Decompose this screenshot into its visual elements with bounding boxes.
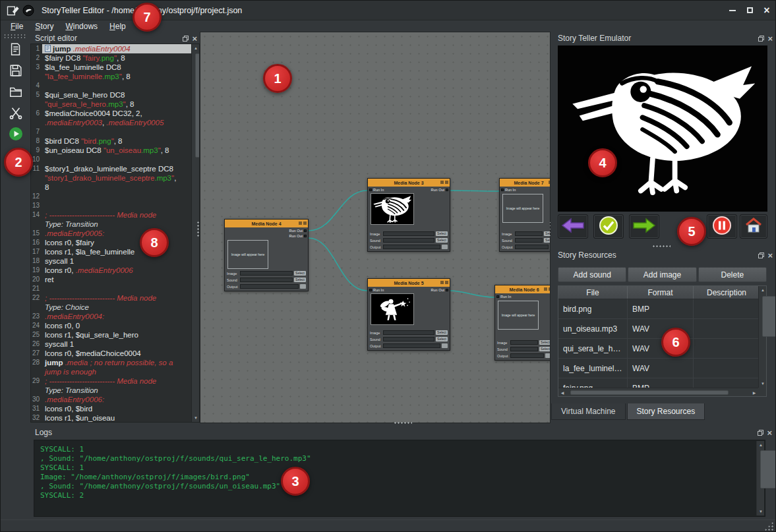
scroll-up-icon[interactable]: ▲ xyxy=(757,441,765,449)
node-media-node-5[interactable]: Media Node 5Run InRun OutImageSelectSoun… xyxy=(367,278,450,351)
code-line[interactable]: lcons r1, $un_oiseau xyxy=(42,413,199,422)
code-editor[interactable]: 1234567891011121314151617181920212223242… xyxy=(30,44,200,423)
logs-scrollbar[interactable]: ▲ ▼ xyxy=(756,441,764,516)
table-row[interactable]: bird.pngBMP xyxy=(558,299,766,319)
code-area[interactable]: jump .mediaEntry0004$fairy DC8 "fairy.pn… xyxy=(42,44,199,422)
column-header-description[interactable]: Description xyxy=(694,286,760,299)
emulator-home-button[interactable] xyxy=(740,214,767,239)
script-editor-undock-icon[interactable] xyxy=(183,36,189,42)
node-select-button[interactable]: Select xyxy=(294,278,306,282)
port-run-out[interactable]: Run Out xyxy=(431,187,448,192)
resize-grip[interactable] xyxy=(764,521,773,531)
toolbar-build-button[interactable] xyxy=(6,105,26,123)
node-select-button[interactable]: Select xyxy=(539,340,551,345)
titlebar[interactable]: StoryTeller Editor - /home/anthony/ostpr… xyxy=(1,1,775,20)
node-output-icon[interactable] xyxy=(550,245,551,249)
menu-file[interactable]: File xyxy=(5,20,29,32)
script-editor-close-icon[interactable]: × xyxy=(192,34,197,43)
code-line[interactable]: $fairy DC8 "fairy.png", 8 xyxy=(42,53,199,63)
code-line[interactable]: .mediaEntry0005: xyxy=(42,229,199,238)
resources-close-icon[interactable]: × xyxy=(767,251,773,260)
code-line[interactable]: lcons r0, $bird xyxy=(42,404,199,413)
scroll-down-icon[interactable]: ▼ xyxy=(759,380,767,388)
emulator-previous-button[interactable] xyxy=(558,214,588,239)
emulator-panel-titlebar[interactable]: Story Teller Emulator × xyxy=(558,33,773,44)
code-line[interactable]: ret xyxy=(42,275,199,284)
toolbar-open-button[interactable] xyxy=(6,84,26,102)
node-output-icon[interactable] xyxy=(300,284,306,289)
menu-windows[interactable]: Windows xyxy=(59,20,104,32)
close-button[interactable]: × xyxy=(758,1,775,20)
node-select-button[interactable]: Select xyxy=(436,231,448,236)
menu-help[interactable]: Help xyxy=(104,20,132,32)
node-header[interactable]: Media Node 4 xyxy=(225,220,308,227)
resources-panel-titlebar[interactable]: Story Resources × xyxy=(558,250,773,260)
node-output-icon[interactable] xyxy=(442,343,448,348)
code-line[interactable] xyxy=(42,284,199,293)
code-line[interactable]: ; -------------------------- Media node xyxy=(42,376,199,386)
scroll-left-icon[interactable]: ◀ xyxy=(558,388,566,396)
scroll-up-icon[interactable]: ▲ xyxy=(192,44,200,52)
code-line[interactable]: lcons r0, 0 xyxy=(42,321,199,330)
code-line[interactable]: .mediaEntry0006: xyxy=(42,395,199,404)
minimize-button[interactable] xyxy=(724,1,741,20)
code-line[interactable]: "la_fee_luminelle.mp3", 8 xyxy=(42,72,199,81)
code-line[interactable]: syscall 1 xyxy=(42,256,199,266)
table-horizontal-scrollbar[interactable]: ◀ ▶ xyxy=(558,388,758,396)
scrollbar-thumb[interactable] xyxy=(762,296,776,337)
scrollbar-thumb[interactable] xyxy=(760,450,776,488)
node-graph-canvas[interactable]: Media Node 4Run OutRun OutImage will app… xyxy=(200,32,551,423)
emulator-pause-button[interactable] xyxy=(707,214,737,239)
emulator-close-icon[interactable]: × xyxy=(767,34,773,43)
code-line[interactable]: "qui_sera_le_hero.mp3", 8 xyxy=(42,100,199,109)
code-line[interactable] xyxy=(42,192,199,201)
code-line[interactable]: $qui_sera_le_hero DC8 xyxy=(42,90,199,100)
code-line[interactable]: $story1_drako_luminelle_sceptre DC8 xyxy=(42,164,199,173)
toolbar-new-script-button[interactable] xyxy=(6,42,26,60)
node-output-icon[interactable] xyxy=(442,245,448,249)
table-vertical-scrollbar[interactable]: ▲ ▼ xyxy=(758,286,766,389)
toolbar-run-button[interactable] xyxy=(6,126,26,144)
node-select-button[interactable]: Select xyxy=(436,238,448,243)
resources-undock-icon[interactable] xyxy=(758,252,764,258)
code-line[interactable]: lcons r0, $mediaChoice0004 xyxy=(42,349,199,358)
scroll-down-icon[interactable]: ▼ xyxy=(757,508,765,516)
add-image-button[interactable]: Add image xyxy=(628,267,696,282)
emulator-next-button[interactable] xyxy=(629,214,659,239)
code-line[interactable] xyxy=(42,201,199,210)
code-line[interactable]: jump .media ; no return possible, so a xyxy=(42,358,199,367)
scroll-right-icon[interactable]: ▶ xyxy=(750,388,758,396)
code-line[interactable] xyxy=(42,155,199,164)
code-line[interactable] xyxy=(42,81,199,90)
code-line[interactable]: ; -------------------------- Media node xyxy=(42,210,199,220)
node-select-button[interactable]: Select xyxy=(544,238,551,243)
scrollbar-thumb[interactable] xyxy=(570,390,729,395)
maximize-button[interactable] xyxy=(741,1,758,20)
logs-panel-titlebar[interactable]: Logs × xyxy=(35,427,772,438)
menu-story[interactable]: Story xyxy=(29,20,59,32)
port-run-in[interactable]: Run In xyxy=(369,187,384,192)
node-select-button[interactable]: Select xyxy=(436,337,448,341)
splitter-grip[interactable] xyxy=(652,245,671,249)
tab-virtual-machine[interactable]: Virtual Machine xyxy=(551,403,626,420)
port-run-in[interactable]: Run In xyxy=(496,294,511,299)
node-media-node-3[interactable]: Media Node 3Run InRun OutImageSelectSoun… xyxy=(367,178,450,252)
code-line[interactable] xyxy=(42,127,199,136)
code-line[interactable]: Type: Transition xyxy=(42,386,199,395)
node-select-button[interactable]: Select xyxy=(294,271,306,276)
emulator-ok-button[interactable] xyxy=(593,214,624,239)
node-header[interactable]: Media Node 5 xyxy=(368,279,450,287)
code-line[interactable]: lcons r0, $fairy xyxy=(42,238,199,247)
code-line[interactable]: $mediaChoice0004 DC32, 2, xyxy=(42,109,199,118)
port-run-in[interactable]: Run In xyxy=(369,287,384,293)
port-run-out[interactable]: Run Out xyxy=(289,233,307,239)
toolbar-save-button[interactable] xyxy=(6,63,26,81)
code-line[interactable]: lcons r1, $qui_sera_le_hero xyxy=(42,330,199,340)
column-header-file[interactable]: File xyxy=(558,286,628,299)
code-line[interactable]: .mediaEntry0003, .mediaEntry0005 xyxy=(42,118,199,127)
script-editor-panel-titlebar[interactable]: Script editor × xyxy=(35,33,197,44)
node-select-button[interactable]: Select xyxy=(539,347,551,351)
code-line[interactable]: $bird DC8 "bird.png", 8 xyxy=(42,136,199,146)
code-line[interactable]: $un_oiseau DC8 "un_oiseau.mp3", 8 xyxy=(42,146,199,155)
code-line[interactable]: "story1_drako_luminelle_sceptre.mp3", xyxy=(42,173,199,183)
